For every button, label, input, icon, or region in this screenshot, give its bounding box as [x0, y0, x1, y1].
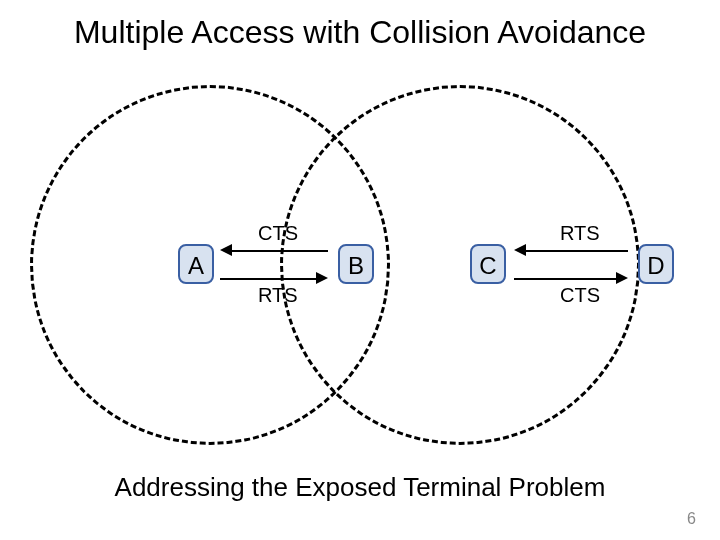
node-c: C [470, 244, 506, 284]
label-rts-cd: RTS [560, 222, 600, 245]
arrow-d-to-c [526, 250, 628, 252]
arrow-c-to-d-head [616, 272, 628, 284]
arrow-d-to-c-head [514, 244, 526, 256]
range-circle-c [280, 85, 640, 445]
arrow-b-to-a-head [220, 244, 232, 256]
node-d: D [638, 244, 674, 284]
slide-subtitle: Addressing the Exposed Terminal Problem [0, 472, 720, 503]
label-cts-cd: CTS [560, 284, 600, 307]
slide-number: 6 [687, 510, 696, 528]
arrow-c-to-d [514, 278, 616, 280]
label-cts-ab: CTS [258, 222, 298, 245]
label-rts-ab: RTS [258, 284, 298, 307]
node-b: B [338, 244, 374, 284]
arrow-a-to-b-head [316, 272, 328, 284]
arrow-a-to-b [220, 278, 316, 280]
arrow-b-to-a [232, 250, 328, 252]
slide-title: Multiple Access with Collision Avoidance [0, 14, 720, 51]
node-a: A [178, 244, 214, 284]
